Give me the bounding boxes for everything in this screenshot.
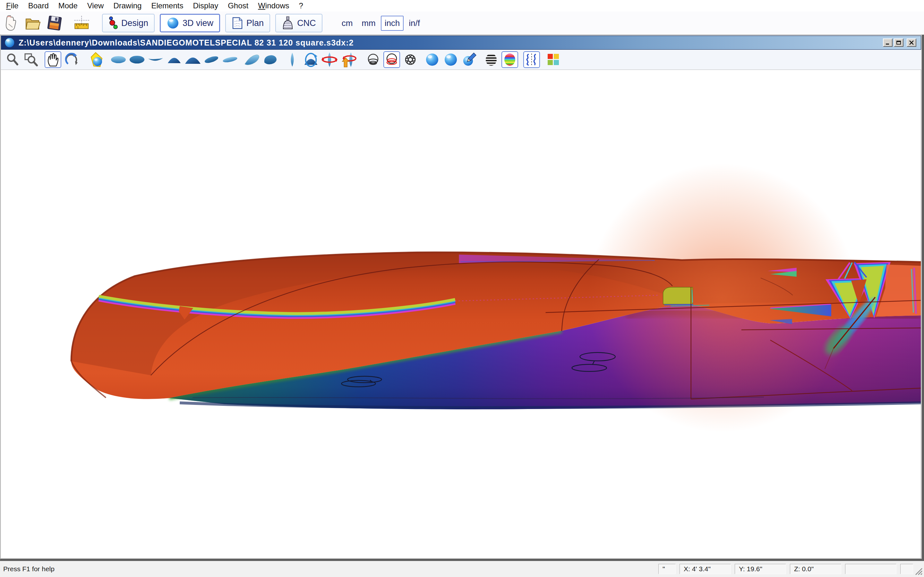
open-file-button[interactable] bbox=[24, 14, 42, 32]
pan-hand-icon bbox=[46, 53, 60, 67]
color-squares-icon bbox=[547, 53, 560, 66]
unit-mm[interactable]: mm bbox=[358, 16, 379, 31]
outline-top-view-button[interactable] bbox=[110, 51, 127, 68]
zoom-window-icon bbox=[24, 53, 39, 67]
menu-board[interactable]: Board bbox=[23, 1, 53, 11]
status-y-cell: Y: 19.6" bbox=[735, 564, 786, 574]
menu-elements[interactable]: Elements bbox=[146, 1, 188, 11]
document-icon bbox=[4, 37, 15, 48]
pointer-tool-button[interactable] bbox=[2, 14, 20, 32]
status-help-text: Press F1 for help bbox=[3, 565, 55, 573]
status-y-value: Y: 19.6" bbox=[739, 565, 762, 573]
plan-mode-button[interactable]: Plan bbox=[225, 14, 270, 32]
paint-sphere-icon bbox=[462, 52, 477, 67]
perspective-solid-button[interactable] bbox=[244, 51, 260, 68]
menu-drawing[interactable]: Drawing bbox=[108, 1, 146, 11]
close-button[interactable] bbox=[907, 39, 916, 47]
plan-sheet-icon bbox=[232, 16, 243, 30]
perspective-solid-icon bbox=[244, 53, 260, 66]
cross-section-icon bbox=[167, 55, 182, 64]
cnc-mode-button[interactable]: CNC bbox=[275, 14, 322, 32]
curvature-sphere-icon bbox=[502, 52, 517, 67]
front-view-icon bbox=[288, 52, 297, 67]
document-title: Z:\Users\dennery\Downloads\SANDIEGOMOTEL… bbox=[19, 38, 883, 47]
perspective-thin-button[interactable] bbox=[203, 51, 220, 68]
mesh-sphere-icon bbox=[403, 53, 417, 67]
menu-windows[interactable]: Windows bbox=[253, 1, 294, 11]
solid-sphere-button[interactable] bbox=[424, 51, 441, 68]
perspective-round-icon bbox=[262, 53, 278, 66]
spin-horizontal-icon bbox=[321, 52, 338, 68]
stripes-sphere-icon bbox=[484, 52, 499, 67]
save-disk-icon bbox=[46, 15, 63, 31]
spin-horizontal-button[interactable] bbox=[321, 51, 338, 68]
zoom-icon bbox=[6, 53, 19, 66]
maximize-button[interactable] bbox=[894, 39, 903, 47]
front-view-button[interactable] bbox=[284, 51, 300, 68]
surfboard-3d-render bbox=[1, 70, 921, 558]
3d-sphere-icon bbox=[166, 17, 179, 29]
design-mode-button[interactable]: Design bbox=[102, 14, 155, 32]
menu-view[interactable]: View bbox=[82, 1, 109, 11]
perspective-thin-2-button[interactable] bbox=[222, 51, 238, 68]
document-titlebar[interactable]: Z:\Users\dennery\Downloads\SANDIEGOMOTEL… bbox=[1, 35, 921, 50]
menu-mode[interactable]: Mode bbox=[53, 1, 82, 11]
curvature-sphere-button[interactable] bbox=[501, 51, 518, 68]
spin-lift-button[interactable] bbox=[340, 51, 357, 68]
svg-text:1: 1 bbox=[77, 26, 79, 29]
ruler-icon: 1 bbox=[73, 14, 91, 32]
cross-section-button[interactable] bbox=[166, 51, 183, 68]
window-controls bbox=[883, 39, 916, 47]
3d-view-mode-button[interactable]: 3D view bbox=[160, 14, 220, 32]
menu-file[interactable]: File bbox=[1, 1, 23, 11]
cnc-mode-label: CNC bbox=[297, 18, 316, 28]
status-unit-cell: " bbox=[658, 564, 676, 574]
wireframe-sphere-button[interactable] bbox=[365, 51, 381, 68]
render-light-tool[interactable] bbox=[88, 51, 105, 68]
cross-section-large-icon bbox=[184, 55, 201, 65]
solid-sphere-2-button[interactable] bbox=[443, 51, 459, 68]
flow-lines-icon bbox=[524, 52, 539, 67]
pointer-hand-icon bbox=[3, 15, 19, 32]
menu-help[interactable]: ? bbox=[294, 1, 308, 11]
pan-tool[interactable] bbox=[45, 51, 61, 68]
color-squares-button[interactable] bbox=[545, 51, 562, 68]
menu-bar: File Board Mode View Drawing Elements Di… bbox=[0, 0, 924, 11]
stripes-sphere-button[interactable] bbox=[483, 51, 499, 68]
rotate-vertical-button[interactable] bbox=[302, 51, 319, 68]
outline-bottom-view-button[interactable] bbox=[129, 51, 145, 68]
unit-cm[interactable]: cm bbox=[338, 16, 357, 31]
unit-inf[interactable]: in/f bbox=[405, 16, 424, 31]
outline-bottom-icon bbox=[129, 54, 145, 65]
paint-sphere-button[interactable] bbox=[461, 51, 478, 68]
rocker-side-view-button[interactable] bbox=[147, 51, 164, 68]
mesh-sphere-button[interactable] bbox=[402, 51, 419, 68]
unit-inch[interactable]: inch bbox=[381, 16, 404, 31]
status-unit-value: " bbox=[662, 565, 665, 573]
save-file-button[interactable] bbox=[45, 14, 63, 32]
perspective-thin-2-icon bbox=[222, 54, 238, 65]
status-empty-cell-2 bbox=[900, 564, 913, 574]
minimize-button[interactable] bbox=[883, 39, 893, 47]
resize-grip[interactable] bbox=[914, 567, 923, 575]
zoom-window-tool[interactable] bbox=[23, 51, 39, 68]
flow-lines-button[interactable] bbox=[523, 51, 540, 68]
zoom-tool[interactable] bbox=[4, 51, 21, 68]
measure-button[interactable]: 1 bbox=[73, 14, 91, 32]
render-light-icon bbox=[89, 52, 104, 67]
perspective-round-button[interactable] bbox=[262, 51, 279, 68]
cnc-bit-icon bbox=[282, 16, 294, 30]
menu-ghost[interactable]: Ghost bbox=[223, 1, 253, 11]
status-x-cell: X: 4' 3.4" bbox=[680, 564, 731, 574]
maximize-icon bbox=[896, 40, 901, 45]
cross-section-large-button[interactable] bbox=[184, 51, 201, 68]
units-group: cm mm inch in/f bbox=[338, 16, 424, 31]
rotate-3d-tool[interactable] bbox=[63, 51, 80, 68]
design-nodes-icon bbox=[108, 16, 118, 30]
status-x-value: X: 4' 3.4" bbox=[684, 565, 711, 573]
menu-display[interactable]: Display bbox=[188, 1, 223, 11]
3d-viewport[interactable] bbox=[1, 70, 921, 558]
slices-sphere-button[interactable] bbox=[383, 51, 400, 68]
slices-sphere-icon bbox=[384, 53, 399, 67]
close-icon bbox=[909, 40, 914, 45]
